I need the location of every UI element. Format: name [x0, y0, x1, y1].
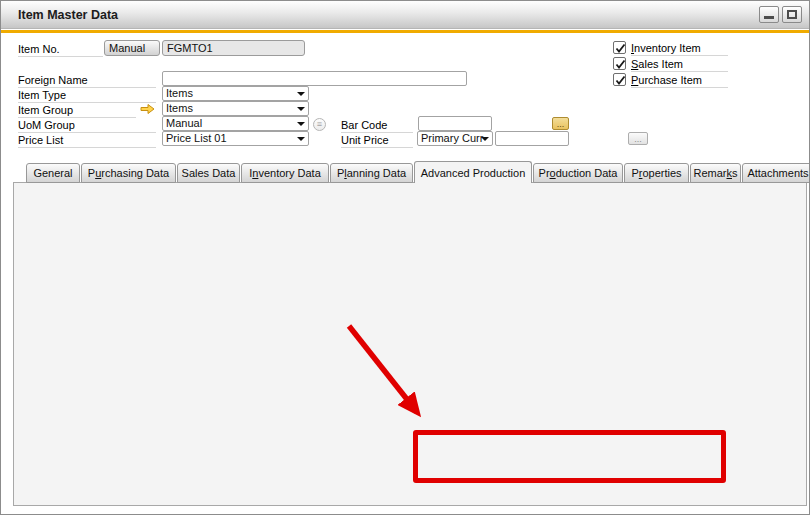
- sales-item-checkbox[interactable]: [613, 57, 626, 70]
- accent-gold-line: [1, 30, 809, 33]
- checkmark-icon: [614, 42, 627, 55]
- purchase-item-checkbox[interactable]: [613, 73, 626, 86]
- purchase-item-label: Purchase Item: [631, 74, 728, 88]
- item-no-value-field[interactable]: FGMTO1: [162, 40, 305, 56]
- price-list-label: Price List: [18, 134, 156, 148]
- tab-advanced-production[interactable]: Advanced Production: [414, 161, 532, 183]
- unit-price-input[interactable]: [495, 131, 569, 146]
- maximize-icon: [787, 10, 797, 19]
- window-title: Item Master Data: [18, 8, 118, 22]
- inventory-item-checkbox[interactable]: [613, 41, 626, 54]
- sales-item-label: Sales Item: [631, 58, 728, 72]
- advanced-production-panel: [13, 182, 807, 506]
- item-type-label: Item Type: [18, 89, 156, 103]
- tab-sales-data[interactable]: Sales Data: [177, 163, 240, 183]
- item-group-link-arrow[interactable]: [140, 103, 155, 115]
- minimize-icon: [764, 16, 774, 19]
- bar-code-label: Bar Code: [341, 119, 413, 133]
- tab-production-data[interactable]: Production Data: [533, 163, 623, 183]
- uom-group-select[interactable]: Manual: [162, 116, 309, 131]
- item-type-select[interactable]: Items: [162, 86, 309, 101]
- tab-properties[interactable]: Properties: [624, 163, 689, 183]
- foreign-name-input[interactable]: [162, 71, 467, 86]
- tab-remarks[interactable]: Remarks: [690, 163, 741, 183]
- tab-purchasing-data[interactable]: Purchasing Data: [81, 163, 176, 183]
- item-no-label: Item No.: [18, 43, 103, 57]
- item-group-select[interactable]: Items: [162, 101, 309, 116]
- unit-price-currency-select[interactable]: Primary Curr: [417, 131, 493, 146]
- unit-price-label: Unit Price: [341, 134, 413, 148]
- uom-values-list-icon[interactable]: ≡: [313, 118, 326, 131]
- unit-price-browse-button[interactable]: ...: [628, 132, 648, 145]
- minimize-button[interactable]: [759, 6, 779, 23]
- tab-planning-data[interactable]: Planning Data: [330, 163, 413, 183]
- tab-attachments[interactable]: Attachments: [742, 163, 810, 183]
- item-group-label: Item Group: [18, 104, 136, 118]
- bar-code-browse-button[interactable]: ...: [552, 117, 569, 130]
- title-bar: Item Master Data: [1, 1, 809, 29]
- tab-bar: General Purchasing Data Sales Data Inven…: [26, 161, 810, 183]
- checkmark-icon: [614, 58, 627, 71]
- foreign-name-label: Foreign Name: [18, 74, 156, 88]
- tab-general[interactable]: General: [26, 163, 80, 183]
- tab-inventory-data[interactable]: Inventory Data: [241, 163, 329, 183]
- maximize-button[interactable]: [782, 6, 802, 23]
- item-master-data-window: Item Master Data Item No. Manual FGMTO1 …: [0, 0, 810, 515]
- checkmark-icon: [614, 74, 627, 87]
- inventory-item-label: Inventory Item: [631, 42, 728, 56]
- bar-code-input[interactable]: [418, 116, 492, 131]
- uom-group-label: UoM Group: [18, 119, 156, 133]
- price-list-select[interactable]: Price List 01: [162, 131, 309, 146]
- item-no-series-button[interactable]: Manual: [104, 40, 160, 56]
